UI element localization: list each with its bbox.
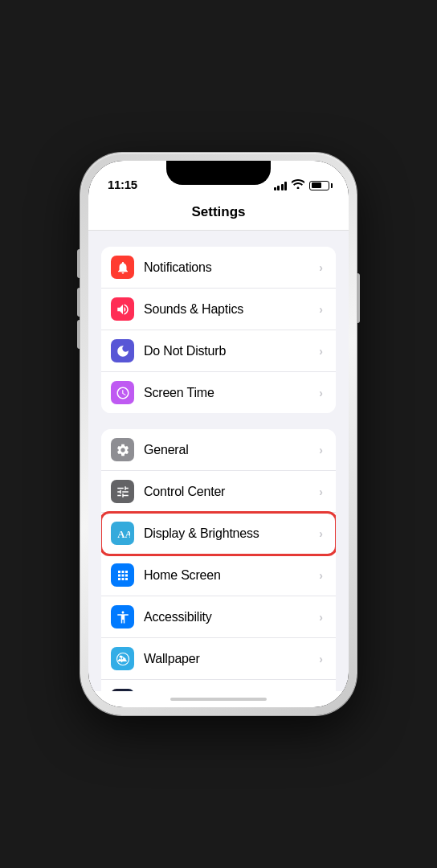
accessibility-chevron: › [319,611,323,624]
general-chevron: › [319,444,323,457]
donotdisturb-label: Do Not Disturb [144,344,316,358]
screentime-icon [111,381,134,404]
screen: 11:15 [88,161,349,707]
sidebar-item-wallpaper[interactable]: Wallpaper › [101,638,336,680]
sounds-chevron: › [319,303,323,316]
general-icon [111,438,134,461]
general-label: General [144,443,316,457]
notifications-label: Notifications [144,260,316,275]
displaybrightness-icon: AA [111,522,134,545]
sidebar-item-displaybrightness[interactable]: AA Display & Brightness › [101,513,336,555]
settings-list-2: General › Control Center › [101,429,336,691]
phone-frame: 11:15 [80,153,357,715]
accessibility-icon [111,605,134,628]
home-bar [170,698,267,701]
svg-text:AA: AA [117,529,130,540]
displaybrightness-chevron: › [319,527,323,540]
sidebar-item-general[interactable]: General › [101,429,336,471]
signal-icon [274,181,288,190]
nav-bar: Settings [88,196,349,231]
status-bar: 11:15 [88,161,349,196]
settings-scroll[interactable]: Notifications › Sounds & Haptics › [88,231,349,691]
settings-list-1: Notifications › Sounds & Haptics › [101,247,336,413]
wallpaper-label: Wallpaper [144,652,316,666]
svg-point-1 [119,655,121,657]
homescreen-chevron: › [319,569,323,582]
wallpaper-chevron: › [319,653,323,665]
controlcenter-chevron: › [319,485,323,498]
sidebar-item-screentime[interactable]: Screen Time › [101,372,336,413]
status-icons [274,179,330,191]
screentime-label: Screen Time [144,386,316,400]
controlcenter-icon [111,480,134,503]
sidebar-item-controlcenter[interactable]: Control Center › [101,471,336,513]
phone-inner: 11:15 [88,161,349,707]
home-indicator [88,691,349,707]
sounds-icon [111,297,134,321]
battery-icon [309,181,329,190]
notifications-chevron: › [319,261,323,274]
displaybrightness-label: Display & Brightness [144,526,316,541]
accessibility-label: Accessibility [144,610,316,624]
notifications-icon [111,256,134,279]
page-title: Settings [191,204,245,219]
sidebar-item-donotdisturb[interactable]: Do Not Disturb › [101,330,336,372]
sidebar-item-notifications[interactable]: Notifications › [101,247,336,289]
screentime-chevron: › [319,387,323,399]
controlcenter-label: Control Center [144,485,316,499]
siri-icon [111,689,134,691]
sidebar-item-homescreen[interactable]: Home Screen › [101,555,336,596]
settings-group-1: Notifications › Sounds & Haptics › [88,247,349,413]
sidebar-item-sounds[interactable]: Sounds & Haptics › [101,289,336,330]
status-time: 11:15 [108,178,137,191]
wifi-icon [292,179,304,191]
settings-group-2: General › Control Center › [88,429,349,691]
homescreen-label: Home Screen [144,568,316,583]
donotdisturb-chevron: › [319,345,323,358]
sidebar-item-siri[interactable]: Siri & Search › [101,680,336,691]
donotdisturb-icon [111,339,134,362]
wallpaper-icon [111,647,134,670]
sounds-label: Sounds & Haptics [144,302,316,317]
sidebar-item-accessibility[interactable]: Accessibility › [101,596,336,638]
notch [166,161,271,185]
homescreen-icon [111,563,134,587]
